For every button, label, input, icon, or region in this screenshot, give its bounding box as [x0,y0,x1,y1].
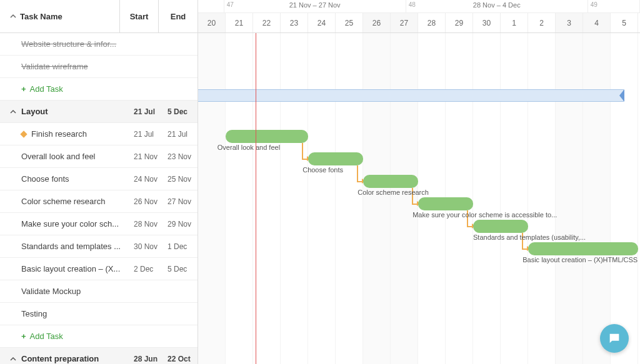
task-row[interactable]: Basic layout creation – (X...2 Dec5 Dec [0,258,198,280]
timeline-header: 4721 Nov – 27 Nov4828 Nov – 4 Dec49 2021… [198,0,640,33]
week-cell: 4721 Nov – 27 Nov [224,0,406,12]
grid-columns [198,33,640,364]
day-cell: 26 [363,13,391,32]
task-bar[interactable] [363,175,418,188]
dependency-line [357,165,358,181]
sidebar-header: Task Name Start End [0,0,198,33]
day-cell: 4 [583,13,611,32]
day-row: 202122232425262728293012345 [198,13,640,32]
day-cell: 23 [281,13,308,32]
task-bar-label: Choose fonts [302,166,343,174]
task-start: 26 Nov [134,197,168,206]
task-row[interactable]: Content preparation28 Jun22 Oct [0,348,198,364]
day-cell: 2 [528,13,556,32]
day-cell: 20 [198,13,226,32]
group-range-bar[interactable] [198,89,624,102]
task-end: 23 Nov [168,152,198,161]
day-cell: 29 [446,13,473,32]
task-name[interactable]: Validate Mockup [0,287,134,296]
group-name[interactable]: Layout [0,107,134,116]
column-header-name[interactable]: Task Name [0,0,120,32]
gantt-chart[interactable]: 4721 Nov – 27 Nov4828 Nov – 4 Dec49 2021… [198,0,640,364]
task-sidebar: Task Name Start End Website structure & … [0,0,198,364]
gantt-body[interactable]: Overall look and feelChoose fontsColor s… [198,33,640,364]
task-bar-label: Standards and templates (usability,... [473,234,586,241]
task-row[interactable]: Website structure & infor... [0,33,198,56]
day-cell: 1 [501,13,528,32]
task-start: 21 Jul [134,130,168,139]
task-name[interactable]: Basic layout creation – (X... [0,264,134,273]
caret-up-icon [10,356,16,362]
task-start: 21 Nov [134,152,168,161]
task-start: 30 Nov [134,242,168,251]
day-cell: 24 [308,13,336,32]
task-list: Website structure & infor...Validate wir… [0,33,198,364]
group-name[interactable]: Content preparation [0,354,134,363]
task-bar-label: Color scheme research [358,189,429,196]
day-cell: 27 [391,13,418,32]
task-name[interactable]: Testing [0,309,134,318]
task-row[interactable]: Make sure your color sch...28 Nov29 Nov [0,213,198,235]
task-bar[interactable] [473,220,528,233]
task-name[interactable]: Website structure & infor... [0,39,134,49]
task-end: 27 Nov [168,197,198,206]
day-cell: 30 [473,13,501,32]
task-bar[interactable] [418,197,473,210]
caret-up-icon [10,109,16,115]
task-row[interactable]: Layout21 Jul5 Dec [0,101,198,123]
sort-caret-icon [10,13,16,19]
task-row[interactable]: Testing [0,303,198,325]
task-name[interactable]: Overall look and feel [0,152,134,161]
task-row[interactable]: Standards and templates ...30 Nov1 Dec [0,235,198,258]
task-name[interactable]: Color scheme research [0,197,134,206]
today-line [256,33,256,364]
task-start: 28 Nov [134,220,168,229]
day-cell: 5 [611,13,638,32]
dependency-line [302,143,303,159]
week-row: 4721 Nov – 27 Nov4828 Nov – 4 Dec49 [198,0,640,13]
week-label: 21 Nov – 27 Nov [289,1,341,9]
task-name[interactable]: Standards and templates ... [0,242,134,251]
week-label: 28 Nov – 4 Dec [473,1,521,9]
task-bar-label: Make sure your color scheme is accessibl… [412,211,557,219]
plus-icon: + [21,332,26,341]
day-cell: 25 [336,13,363,32]
task-row[interactable]: Overall look and feel21 Nov23 Nov [0,145,198,168]
task-bar[interactable] [308,152,363,165]
task-end: 5 Dec [168,265,198,273]
task-name[interactable]: Finish research [0,129,134,139]
task-row[interactable]: Validate wireframe [0,56,198,78]
group-start: 28 Jun [134,355,168,363]
task-name[interactable]: Make sure your color sch... [0,219,134,229]
task-end: 21 Jul [168,130,198,139]
column-header-end[interactable]: End [159,0,198,32]
column-name-label: Task Name [20,12,62,21]
plus-icon: + [21,84,26,94]
task-bar-label: Overall look and feel [218,144,280,151]
day-cell: 3 [556,13,583,32]
task-name[interactable]: Validate wireframe [0,62,134,71]
task-bar[interactable] [528,242,638,255]
milestone-icon [20,130,27,137]
week-number: 47 [227,1,234,8]
group-end: 5 Dec [168,107,198,116]
task-start: 24 Nov [134,175,168,184]
add-task-button[interactable]: +Add Task [0,84,134,94]
task-row[interactable]: Choose fonts24 Nov25 Nov [0,168,198,190]
task-row[interactable]: Color scheme research26 Nov27 Nov [0,190,198,213]
week-number: 48 [409,1,416,8]
week-cell: 49 [588,0,640,12]
day-cell: 21 [226,13,253,32]
task-row[interactable]: +Add Task [0,78,198,101]
add-task-button[interactable]: +Add Task [0,332,134,341]
chat-button[interactable] [600,324,629,353]
task-row[interactable]: Finish research21 Jul21 Jul [0,123,198,145]
chat-icon [608,332,621,345]
week-number: 49 [591,1,598,8]
task-name[interactable]: Choose fonts [0,174,134,184]
task-row[interactable]: Validate Mockup [0,280,198,303]
task-bar[interactable] [226,130,308,143]
day-cell: 28 [418,13,446,32]
column-header-start[interactable]: Start [120,0,159,32]
task-row[interactable]: +Add Task [0,325,198,348]
